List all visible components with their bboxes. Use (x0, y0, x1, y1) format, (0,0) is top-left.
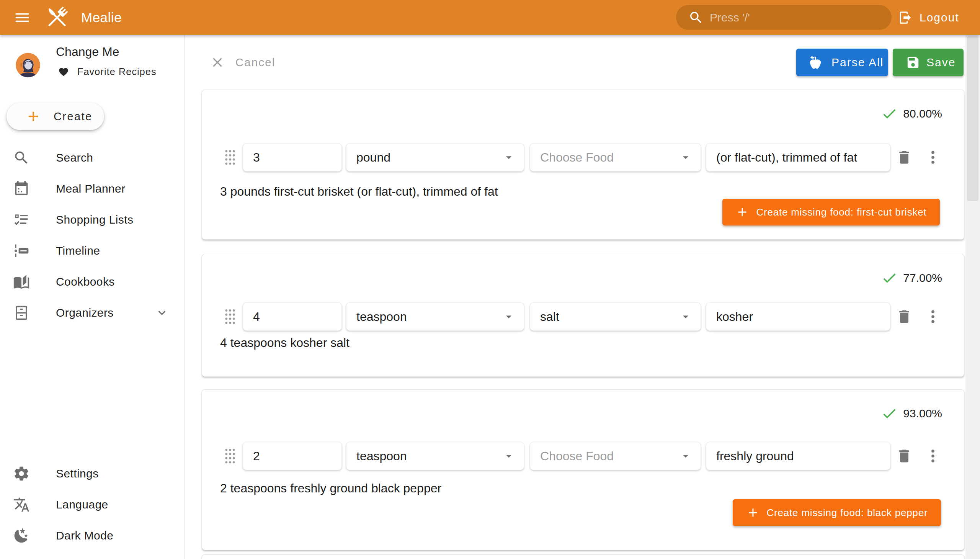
menu-down-icon (679, 151, 692, 164)
plus-icon (25, 108, 41, 124)
sidebar-item-label: Settings (56, 467, 99, 480)
note-input[interactable] (706, 303, 891, 331)
book-icon (13, 273, 30, 290)
sidebar-item-organizers[interactable]: Organizers (0, 297, 183, 328)
sidebar-item-label: Cookbooks (56, 275, 115, 288)
parse-all-label: Parse All (831, 56, 884, 69)
ingredient-editor-row: pound Choose Food (202, 143, 964, 172)
create-missing-food-label: Create missing food: first-cut brisket (756, 207, 926, 218)
silverware-logo-icon (43, 3, 71, 32)
food-value: salt (540, 310, 559, 324)
timeline-icon (13, 242, 30, 259)
close-icon (210, 55, 225, 70)
more-options-button[interactable] (922, 306, 944, 327)
sidebar-item-settings[interactable]: Settings (0, 458, 183, 489)
create-missing-food-button[interactable]: Create missing food: black pepper (733, 499, 941, 526)
hamburger-menu-button[interactable] (12, 7, 33, 28)
create-label: Create (54, 110, 92, 123)
original-ingredient-text: 2 teaspoons freshly ground black pepper (220, 481, 441, 495)
sidebar-item-shopping-lists[interactable]: Shopping Lists (0, 204, 183, 235)
sidebar-item-dark-mode[interactable]: Dark Mode (0, 520, 183, 551)
moon-icon (13, 527, 30, 544)
sidebar-item-label: Dark Mode (56, 529, 113, 542)
food-placeholder: Choose Food (540, 150, 614, 165)
save-icon (895, 55, 920, 70)
sidebar-item-meal-planner[interactable]: Meal Planner (0, 173, 183, 204)
check-icon (881, 270, 898, 286)
checklist-icon (13, 211, 30, 228)
sidebar-nav: Search Meal Planner Shopping Lists Timel… (0, 142, 183, 328)
sidebar-item-label: Language (56, 498, 108, 511)
check-icon (881, 405, 898, 422)
check-icon (881, 105, 898, 122)
food-select[interactable]: Choose Food (530, 442, 701, 470)
ingredient-card: 93.00% teaspoon Choose Food (202, 389, 964, 550)
note-input[interactable] (706, 442, 891, 470)
logout-button[interactable]: Logout (896, 0, 962, 35)
quantity-input[interactable] (243, 143, 342, 172)
sidebar-item-timeline[interactable]: Timeline (0, 235, 183, 266)
unit-value: teaspoon (356, 310, 407, 324)
user-name: Change Me (56, 45, 119, 59)
ingredient-card-partial (202, 554, 964, 559)
menu-down-icon (679, 310, 692, 323)
drag-handle-icon[interactable] (224, 309, 236, 325)
cancel-button[interactable]: Cancel (208, 49, 278, 76)
drag-handle-icon[interactable] (224, 149, 236, 165)
food-placeholder: Choose Food (540, 449, 614, 463)
sidebar-item-label: Organizers (56, 306, 114, 319)
sidebar: Change Me Favorite Recipes Create Search (0, 35, 185, 559)
quantity-input[interactable] (243, 442, 342, 470)
note-input[interactable] (706, 143, 891, 172)
food-select[interactable]: Choose Food (530, 143, 701, 172)
confidence-indicator: 77.00% (881, 270, 942, 286)
more-options-button[interactable] (922, 445, 944, 467)
more-options-button[interactable] (922, 147, 944, 168)
sidebar-item-search[interactable]: Search (0, 142, 183, 173)
menu-down-icon (679, 450, 692, 463)
confidence-value: 77.00% (903, 271, 942, 284)
parse-all-button[interactable]: Parse All (796, 49, 888, 76)
delete-button[interactable] (894, 445, 915, 467)
sidebar-item-cookbooks[interactable]: Cookbooks (0, 266, 183, 297)
confidence-indicator: 80.00% (881, 105, 942, 122)
search-input[interactable] (709, 11, 875, 25)
create-button[interactable]: Create (7, 103, 104, 130)
gear-icon (13, 465, 30, 482)
calendar-icon (13, 180, 30, 197)
unit-select[interactable]: teaspoon (346, 442, 524, 470)
sidebar-item-label: Search (56, 151, 93, 164)
menu-down-icon (502, 310, 515, 323)
sidebar-item-label: Shopping Lists (56, 213, 133, 226)
unit-select[interactable]: pound (346, 143, 524, 172)
sidebar-item-label: Meal Planner (56, 182, 126, 195)
search-icon (688, 10, 704, 25)
create-missing-food-button[interactable]: Create missing food: first-cut brisket (722, 199, 940, 225)
quantity-input[interactable] (243, 303, 342, 331)
hamburger-icon (13, 9, 31, 26)
unit-select[interactable]: teaspoon (346, 303, 524, 331)
logout-label: Logout (919, 11, 959, 24)
ingredient-editor-row: teaspoon Choose Food (202, 442, 964, 470)
save-button[interactable]: Save (893, 49, 963, 76)
cancel-label: Cancel (235, 56, 276, 69)
favorite-recipes-link[interactable]: Favorite Recipes (58, 66, 157, 77)
mealie-app: Mealie Logout Change Me (0, 0, 980, 559)
sidebar-item-language[interactable]: Language (0, 489, 183, 520)
global-search[interactable] (676, 5, 892, 30)
scrollbar-thumb[interactable] (967, 36, 978, 201)
food-select[interactable]: salt (530, 303, 701, 331)
menu-down-icon (502, 151, 515, 164)
chevron-down-icon (155, 306, 169, 320)
user-avatar[interactable] (16, 53, 40, 77)
plus-icon (746, 506, 760, 519)
save-label: Save (926, 56, 955, 69)
search-icon (13, 149, 30, 166)
confidence-indicator: 93.00% (881, 405, 942, 422)
original-ingredient-text: 4 teaspoons kosher salt (220, 336, 350, 350)
scrollbar-track (965, 35, 980, 559)
delete-button[interactable] (894, 306, 915, 327)
drag-handle-icon[interactable] (224, 448, 236, 464)
delete-button[interactable] (894, 147, 915, 168)
create-missing-food-label: Create missing food: black pepper (767, 507, 928, 519)
